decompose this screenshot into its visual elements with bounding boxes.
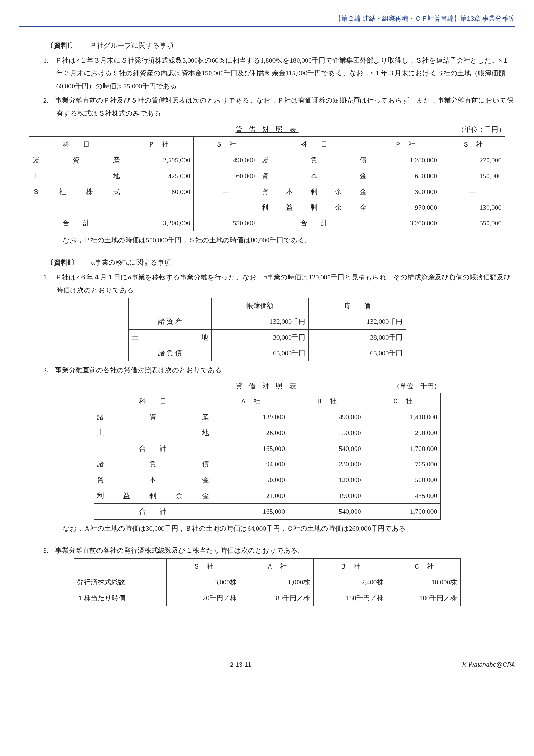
bs3-r5d: 435,000 [364, 488, 440, 504]
material1-label: 〔資料Ⅰ〕 [47, 41, 76, 49]
t2-r1c: 132,000千円 [309, 314, 406, 330]
bs1-r3-s: ― [194, 184, 258, 200]
bs3-st1d: 1,700,000 [364, 441, 440, 456]
share-table: Ｓ 社 Ａ 社 Ｂ 社 Ｃ 社 発行済株式総数 3,000株 1,000株 2,… [74, 558, 461, 606]
bs1-tot-bs: 550,000 [440, 215, 505, 231]
t4-r2c: 80千円／株 [240, 590, 313, 606]
bs1-h2: Ｐ 社 [123, 137, 193, 152]
bs3-r4c: 120,000 [288, 472, 364, 488]
bs1-r3-bp: 300,000 [370, 184, 440, 200]
bs1-r4-left [29, 200, 123, 215]
t2-r2a: 土 地 [128, 330, 212, 345]
t2-h1: 帳簿価額 [212, 298, 309, 314]
bs1-tot-left: 合 計 [29, 215, 123, 231]
bs1-r1-p: 2,595,000 [123, 152, 193, 168]
bs1-r4-bs: 130,000 [440, 200, 505, 215]
bs3-st1b: 165,000 [212, 441, 288, 456]
t4-blank [74, 559, 166, 575]
bs3-st2d: 1,700,000 [364, 503, 440, 519]
mat2-note: なお，Ａ社の土地の時価は30,000千円，Ｂ社の土地の時価は64,000千円，Ｃ… [63, 522, 496, 535]
bs3-h1: 科 目 [94, 393, 212, 409]
bs3-st1: 合 計 [94, 441, 212, 456]
mat1-item2: 2. 事業分離直前のＰ社及びＳ社の貸借対照表は次のとおりである。なお，Ｐ社は有価… [56, 94, 515, 120]
t2-r2b: 30,000千円 [212, 330, 309, 345]
balance-sheet-1: 科 目 Ｐ 社 Ｓ 社 科 目 Ｐ 社 Ｓ 社 諸資産 2,595,000 49… [29, 136, 505, 231]
t2-r3c: 65,000千円 [309, 345, 406, 361]
bs3-r1c: 490,000 [288, 409, 364, 425]
bs1-tot-bp: 3,200,000 [370, 215, 440, 231]
material1-subtitle: Ｐ社グループに関する事項 [76, 41, 174, 49]
bs3-r3b: 94,000 [212, 456, 288, 472]
t4-h3: Ｂ 社 [313, 559, 387, 575]
bs3-r3d: 765,000 [364, 456, 440, 472]
mat2-item3: 3. 事業分離直前の各社の発行済株式総数及び１株当たり時価は次のとおりである。 [56, 544, 515, 557]
bs3-r4b: 50,000 [212, 472, 288, 488]
bs3-r5c: 190,000 [288, 488, 364, 504]
bs3-caption: 貸 借 対 照 表 [94, 380, 441, 392]
t2-r1a: 諸 資 産 [128, 314, 212, 330]
t2-r1b: 132,000千円 [212, 314, 309, 330]
bs3-st1c: 540,000 [288, 441, 364, 456]
bs3-r2c: 50,000 [288, 425, 364, 441]
t4-r1e: 10,000株 [387, 574, 460, 590]
t4-r1b: 3,000株 [166, 574, 240, 590]
bs1-r2-right: 資本金 [258, 168, 370, 184]
page-header: 【第２編 連結・組織再編・ＣＦ計算書編】第13章 事業分離等 [19, 13, 515, 27]
bs3-r3c: 230,000 [288, 456, 364, 472]
bs1-r3-p: 180,000 [123, 184, 193, 200]
bs1-r2-p: 425,000 [123, 168, 193, 184]
t4-r2d: 150千円／株 [313, 590, 387, 606]
bs3-r4d: 500,000 [364, 472, 440, 488]
bs1-tot-s: 550,000 [194, 215, 258, 231]
page-number: － 2-13-11 － [19, 659, 463, 670]
bs3-st2b: 165,000 [212, 503, 288, 519]
bs1-tot-p: 3,200,000 [123, 215, 193, 231]
t4-r1a: 発行済株式総数 [74, 574, 166, 590]
t4-r2b: 120千円／株 [166, 590, 240, 606]
bs1-h5: Ｐ 社 [370, 137, 440, 152]
t2-r3b: 65,000千円 [212, 345, 309, 361]
bs3-r1a: 諸資産 [94, 409, 212, 425]
bs3-st2: 合 計 [94, 503, 212, 519]
t2-blank [128, 298, 212, 314]
bs1-h4: 科 目 [258, 137, 370, 152]
bs3-h4: Ｃ 社 [364, 393, 440, 409]
alpha-business-table: 帳簿価額 時 価 諸 資 産 132,000千円 132,000千円 土 地 3… [128, 298, 406, 361]
bs3-r5a: 利 益 剰 余 金 [94, 488, 212, 504]
bs1-h3: Ｓ 社 [194, 137, 258, 152]
material2-title: 〔資料Ⅱ〕 α事業の移転に関する事項 [47, 256, 515, 269]
mat2-item2: 2. 事業分離直前の各社の貸借対照表は次のとおりである。 [56, 364, 515, 377]
t2-h2: 時 価 [309, 298, 406, 314]
material2-label: 〔資料Ⅱ〕 [47, 258, 78, 266]
page-credit: K.Watanabe@CPA [463, 659, 515, 670]
bs1-r2-bs: 150,000 [440, 168, 505, 184]
t4-h2: Ａ 社 [240, 559, 313, 575]
bs3-r2b: 26,000 [212, 425, 288, 441]
mat2-item1: 1. Ｐ社は×６年４月１日にα事業を移転する事業分離を行った。なお，α事業の時価… [56, 271, 515, 297]
t4-r2e: 100千円／株 [387, 590, 460, 606]
bs3-r5b: 21,000 [212, 488, 288, 504]
bs1-r2-s: 60,000 [194, 168, 258, 184]
bs1-r3-left: Ｓ 社 株 式 [29, 184, 123, 200]
material2-subtitle: α事業の移転に関する事項 [78, 258, 171, 266]
bs3-r3a: 諸負債 [94, 456, 212, 472]
bs1-h1: 科 目 [29, 137, 123, 152]
bs1-r4-s [194, 200, 258, 215]
mat1-note: なお，Ｐ社の土地の時価は550,000千円，Ｓ社の土地の時価は80,000千円で… [63, 234, 496, 247]
material1-title: 〔資料Ⅰ〕 Ｐ社グループに関する事項 [47, 39, 515, 52]
bs1-unit: （単位：千円） [458, 123, 505, 136]
bs3-h2: Ａ 社 [212, 393, 288, 409]
t4-h4: Ｃ 社 [387, 559, 460, 575]
bs1-r3-bs: ― [440, 184, 505, 200]
bs1-caption: 貸 借 対 照 表 [29, 123, 505, 136]
bs1-h6: Ｓ 社 [440, 137, 505, 152]
bs1-r1-bp: 1,280,000 [370, 152, 440, 168]
t4-r1d: 2,400株 [313, 574, 387, 590]
bs3-r1b: 139,000 [212, 409, 288, 425]
bs1-r2-left: 土地 [29, 168, 123, 184]
bs3-r4a: 資本金 [94, 472, 212, 488]
bs1-r4-p [123, 200, 193, 215]
bs3-r2d: 290,000 [364, 425, 440, 441]
bs3-r2a: 土地 [94, 425, 212, 441]
bs1-r3-right: 資 本 剰 余 金 [258, 184, 370, 200]
